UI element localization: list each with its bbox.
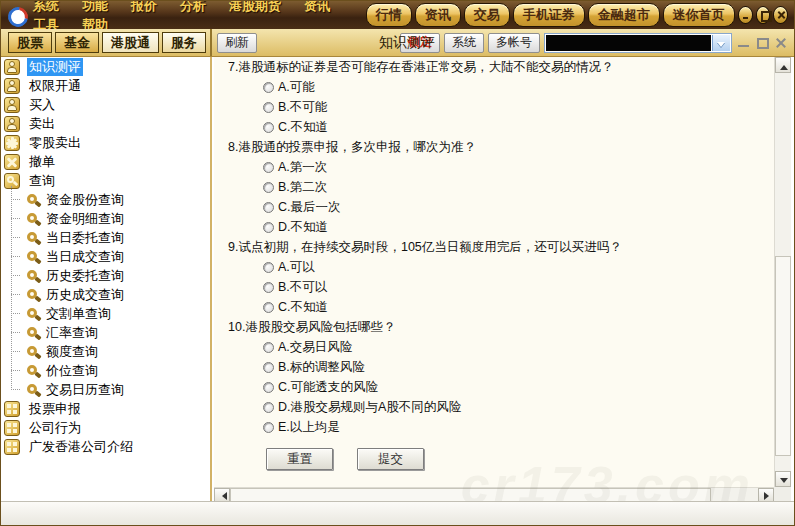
radio-button[interactable] xyxy=(263,82,274,93)
sidebar-item-gf-hk-intro[interactable]: 广发香港公司介绍 xyxy=(1,437,210,456)
option-10-2[interactable]: C.可能透支的风险 xyxy=(214,377,774,397)
quicklink-1[interactable]: 资讯 xyxy=(415,3,461,27)
close-button[interactable] xyxy=(773,6,788,24)
panel-close-button[interactable] xyxy=(774,36,789,50)
radio-button[interactable] xyxy=(263,262,274,273)
tab-hk-connect[interactable]: 港股通 xyxy=(102,32,159,53)
option-label: A.交易日风险 xyxy=(278,339,352,356)
tab-fund[interactable]: 基金 xyxy=(55,32,99,53)
person-icon xyxy=(4,97,20,113)
scroll-left-button[interactable] xyxy=(214,488,230,502)
option-9-1[interactable]: B.不可以 xyxy=(214,277,774,297)
sidebar-item-vote-declare[interactable]: 投票申报 xyxy=(1,399,210,418)
sidebar-item-today-trade-query[interactable]: 当日成交查询 xyxy=(1,247,210,266)
option-8-3[interactable]: D.不知道 xyxy=(214,217,774,237)
option-8-2[interactable]: C.最后一次 xyxy=(214,197,774,217)
radio-button[interactable] xyxy=(263,182,274,193)
scroll-down-button[interactable] xyxy=(775,471,791,487)
menu-item-5[interactable]: 资讯 xyxy=(304,0,330,13)
cross-icon xyxy=(4,154,20,170)
sidebar-item-statement-query[interactable]: 交割单查询 xyxy=(1,304,210,323)
panel-minimize-button[interactable] xyxy=(736,36,751,50)
tab-stock[interactable]: 股票 xyxy=(8,32,52,53)
horizontal-scrollbar[interactable] xyxy=(214,487,774,502)
tab-service[interactable]: 服务 xyxy=(162,32,206,53)
sidebar-item-sell[interactable]: 卖出 xyxy=(1,114,210,133)
radio-button[interactable] xyxy=(263,422,274,433)
option-8-0[interactable]: A.第一次 xyxy=(214,157,774,177)
vertical-scroll-thumb[interactable] xyxy=(775,256,791,456)
sidebar-item-label: 权限开通 xyxy=(27,77,83,95)
option-10-4[interactable]: E.以上均是 xyxy=(214,417,774,437)
option-label: B.不可以 xyxy=(278,279,327,296)
quicklink-4[interactable]: 金融超市 xyxy=(588,3,660,27)
maximize-button[interactable] xyxy=(756,6,771,24)
radio-button[interactable] xyxy=(263,302,274,313)
scroll-right-button[interactable] xyxy=(758,488,774,502)
radio-button[interactable] xyxy=(263,382,274,393)
radio-button[interactable] xyxy=(263,222,274,233)
sidebar-item-label: 买入 xyxy=(27,96,57,114)
option-10-3[interactable]: D.港股交易规则与A股不同的风险 xyxy=(214,397,774,417)
sidebar-item-history-order-query[interactable]: 历史委托查询 xyxy=(1,266,210,285)
scroll-up-button[interactable] xyxy=(775,57,791,73)
sidebar-item-history-trade-query[interactable]: 历史成交查询 xyxy=(1,285,210,304)
submit-button[interactable]: 提交 xyxy=(357,448,424,470)
account-dropdown[interactable] xyxy=(544,33,732,53)
multi-account-button[interactable]: 多帐号 xyxy=(488,33,540,53)
option-10-1[interactable]: B.标的调整风险 xyxy=(214,357,774,377)
radio-button[interactable] xyxy=(263,362,274,373)
sidebar-item-corporate-action[interactable]: 公司行为 xyxy=(1,418,210,437)
radio-button[interactable] xyxy=(263,202,274,213)
refresh-button[interactable]: 刷新 xyxy=(217,33,257,53)
panel-restore-button[interactable] xyxy=(755,36,770,50)
sidebar-item-fund-detail-query[interactable]: 资金明细查询 xyxy=(1,209,210,228)
quicklink-3[interactable]: 手机证券 xyxy=(513,3,585,27)
sidebar-item-exchange-rate-query[interactable]: 汇率查询 xyxy=(1,323,210,342)
quicklink-0[interactable]: 行情 xyxy=(366,3,412,27)
sidebar-item-odd-lot-sell[interactable]: 零股卖出 xyxy=(1,133,210,152)
horizontal-scroll-thumb[interactable] xyxy=(230,488,711,502)
sidebar-item-quota-query[interactable]: 额度查询 xyxy=(1,342,210,361)
tree-line xyxy=(11,199,20,201)
sidebar-item-today-order-query[interactable]: 当日委托查询 xyxy=(1,228,210,247)
radio-button[interactable] xyxy=(263,162,274,173)
quicklink-5[interactable]: 迷你首页 xyxy=(663,3,735,27)
reset-button[interactable]: 重置 xyxy=(266,448,333,470)
radio-button[interactable] xyxy=(263,402,274,413)
sidebar-item-query[interactable]: 查询 xyxy=(1,171,210,190)
sidebar-item-trading-calendar-query[interactable]: 交易日历查询 xyxy=(1,380,210,399)
option-10-0[interactable]: A.交易日风险 xyxy=(214,337,774,357)
sidebar-item-knowledge-test[interactable]: 知识测评 xyxy=(1,57,210,76)
option-7-0[interactable]: A.可能 xyxy=(214,77,774,97)
option-7-2[interactable]: C.不知道 xyxy=(214,117,774,137)
vertical-scrollbar[interactable] xyxy=(774,57,791,487)
sidebar-item-permission-open[interactable]: 权限开通 xyxy=(1,76,210,95)
sidebar-item-price-query[interactable]: 价位查询 xyxy=(1,361,210,380)
menu-item-2[interactable]: 报价 xyxy=(131,0,157,13)
minimize-button[interactable] xyxy=(738,6,753,24)
radio-button[interactable] xyxy=(263,122,274,133)
search-icon xyxy=(25,344,41,360)
option-9-2[interactable]: C.不知道 xyxy=(214,297,774,317)
grid-icon xyxy=(4,439,20,455)
quicklink-2[interactable]: 交易 xyxy=(464,3,510,27)
menu-item-3[interactable]: 分析 xyxy=(180,0,206,13)
radio-button[interactable] xyxy=(263,342,274,353)
sidebar-item-cancel-order[interactable]: 撤单 xyxy=(1,152,210,171)
option-label: B.标的调整风险 xyxy=(278,359,365,376)
radio-button[interactable] xyxy=(263,102,274,113)
radio-button[interactable] xyxy=(263,282,274,293)
dropdown-arrow-icon[interactable] xyxy=(712,35,730,51)
account-redacted-value xyxy=(546,35,711,51)
option-7-1[interactable]: B.不可能 xyxy=(214,97,774,117)
menu-item-4[interactable]: 港股期货 xyxy=(229,0,281,13)
menu-item-0[interactable]: 系统 xyxy=(33,0,59,13)
sidebar-item-fund-share-query[interactable]: 资金股份查询 xyxy=(1,190,210,209)
sidebar-item-buy[interactable]: 买入 xyxy=(1,95,210,114)
menu-item-1[interactable]: 功能 xyxy=(82,0,108,13)
option-8-1[interactable]: B.第二次 xyxy=(214,177,774,197)
sidebar-item-label: 资金明细查询 xyxy=(46,210,124,228)
sidebar-item-label: 查询 xyxy=(27,172,57,190)
option-9-0[interactable]: A.可以 xyxy=(214,257,774,277)
